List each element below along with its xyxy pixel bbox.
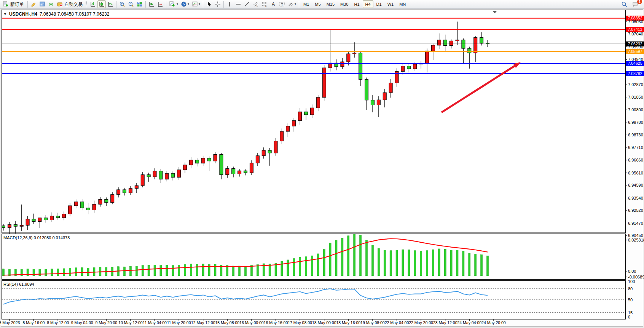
timeframe-button-d1[interactable]: D1 [374, 0, 384, 8]
cursor-tool-button[interactable] [205, 0, 213, 8]
timeframe-button-h4[interactable]: H4 [363, 0, 373, 8]
svg-text:7.07413: 7.07413 [628, 27, 642, 32]
indicators-icon [169, 1, 176, 7]
chart-title-bar[interactable]: ▼ USDCNH-,H4 7.06348 7.06458 7.06107 7.0… [3, 11, 109, 17]
text-label-tool-button[interactable]: T [278, 0, 286, 8]
arrow-shapes-icon [288, 1, 294, 7]
horizontal-line-tool-button[interactable] [234, 0, 242, 8]
timeframe-button-m30[interactable]: M30 [338, 0, 351, 8]
fibonacci-icon: F [261, 1, 268, 7]
toolbar-right-tools: 1 [620, 0, 642, 8]
signal-button[interactable] [47, 0, 55, 8]
svg-text:0: 0 [628, 315, 630, 319]
svg-text:6.97710: 6.97710 [628, 145, 643, 150]
rsi-indicator-name: RSI(14) [3, 282, 18, 286]
timeframe-button-h1[interactable]: H1 [351, 0, 362, 8]
svg-text:6.94590: 6.94590 [628, 183, 643, 187]
svg-text:6.98730: 6.98730 [628, 133, 643, 137]
svg-text:23 May 12:00: 23 May 12:00 [433, 320, 457, 325]
arrows-tool-button[interactable]: ▾ [287, 0, 297, 8]
crayon-tool-button[interactable] [29, 0, 38, 8]
svg-text:-0.006894: -0.006894 [628, 275, 644, 279]
vertical-line-tool-button[interactable] [225, 0, 234, 8]
separator [223, 1, 224, 8]
svg-text:7.03782: 7.03782 [628, 71, 642, 76]
svg-text:24 May 04:00: 24 May 04:00 [457, 320, 481, 325]
svg-text:5 May 16:00: 5 May 16:00 [23, 320, 45, 325]
separator [116, 1, 116, 8]
rsi-panel-label[interactable]: RSI(14) 61.9894 [3, 282, 34, 286]
svg-text:24 May 20:00: 24 May 20:00 [481, 320, 506, 325]
svg-text:16 May 16:00: 16 May 16:00 [264, 320, 288, 325]
svg-text:9 May 04:00: 9 May 04:00 [71, 320, 93, 325]
zoom-in-button[interactable] [118, 0, 126, 8]
macd-panel-label[interactable]: MACD(12,26,9) 0.012080 0.014373 [3, 235, 70, 240]
templates-button[interactable]: ▾ [191, 0, 201, 8]
fibonacci-tool-button[interactable]: F [260, 0, 269, 8]
notification-count-badge: 1 [637, 0, 642, 4]
new-order-label: 新订单 [10, 1, 25, 8]
trendline-tool-button[interactable] [243, 0, 251, 8]
separator [145, 1, 146, 8]
dropdown-caret: ▾ [199, 3, 200, 6]
timeframe-button-w1[interactable]: W1 [385, 0, 397, 8]
separator [299, 1, 299, 8]
channel-tool-button[interactable]: E [252, 0, 260, 8]
price-panel[interactable] [2, 10, 626, 233]
bar-chart-mode-button[interactable] [89, 0, 97, 8]
market-watch-button[interactable] [38, 0, 46, 8]
svg-text:7.02870: 7.02870 [628, 82, 643, 87]
timeframe-bar: M1M5M15M30H1H4D1W1MN [301, 0, 408, 8]
dropdown-caret: ▾ [295, 3, 296, 6]
timeframe-button-mn[interactable]: MN [397, 0, 408, 8]
svg-text:0.025318: 0.025318 [628, 238, 644, 242]
chart-window: 7.083527.074137.062327.055977.046257.037… [0, 9, 644, 328]
new-order-button[interactable]: 新订单 [2, 0, 26, 8]
symbol-ohlc-values: 7.06348 7.06458 7.06107 7.06232 [40, 11, 110, 17]
notifications-button[interactable]: 1 [631, 0, 640, 8]
timeframe-button-m15[interactable]: M15 [324, 0, 337, 8]
auto-scroll-button[interactable] [147, 0, 156, 8]
search-button[interactable] [620, 0, 629, 8]
equidistant-channel-icon: E [253, 1, 259, 7]
indicators-button[interactable]: ▾ [168, 0, 179, 8]
toolbar-grip[interactable] [86, 1, 88, 7]
crosshair-tool-button[interactable] [214, 0, 222, 8]
chart-canvas[interactable]: 7.083527.074137.062327.055977.046257.037… [0, 9, 644, 328]
trendline-icon [244, 1, 250, 7]
svg-text:7.04940: 7.04940 [628, 57, 643, 62]
text-tool-button[interactable]: A [269, 0, 277, 8]
candlestick-icon [99, 1, 105, 7]
cursor-icon [206, 1, 212, 7]
crayon-icon [30, 1, 37, 7]
svg-text:80: 80 [628, 286, 633, 291]
svg-text:11 May 20:00: 11 May 20:00 [167, 320, 191, 325]
svg-text:7.05990: 7.05990 [628, 45, 643, 49]
tile-windows-button[interactable] [135, 0, 144, 8]
svg-text:6.90450: 6.90450 [628, 233, 643, 238]
line-chart-mode-button[interactable] [106, 0, 115, 8]
zoom-out-button[interactable] [127, 0, 135, 8]
auto-trading-button[interactable]: 自动交易 [56, 0, 84, 8]
svg-text:7.05597: 7.05597 [628, 49, 642, 54]
svg-text:F: F [265, 5, 267, 7]
svg-text:22 May 04:00: 22 May 04:00 [385, 320, 409, 325]
timeframe-button-m1[interactable]: M1 [301, 0, 312, 8]
candle-chart-mode-button[interactable] [97, 0, 106, 8]
chart-shift-button[interactable] [156, 0, 164, 8]
dropdown-caret: ▾ [188, 3, 189, 6]
svg-text:6.93540: 6.93540 [628, 196, 643, 200]
text-icon: A [270, 1, 276, 7]
macd-panel[interactable] [2, 234, 626, 280]
periods-button[interactable]: ▾ [180, 0, 190, 8]
bar-chart-icon [90, 1, 96, 7]
separator [27, 1, 28, 8]
timeframe-button-m5[interactable]: M5 [312, 0, 323, 8]
chart-shift-icon [157, 1, 163, 7]
svg-text:22 May 20:00: 22 May 20:00 [409, 320, 433, 325]
separator [166, 1, 166, 8]
svg-text:19 May 08:00: 19 May 08:00 [360, 320, 385, 325]
chevron-down-icon: ▼ [3, 12, 7, 16]
rsi-current-value: 61.9894 [19, 282, 34, 286]
signal-icon [48, 1, 54, 7]
